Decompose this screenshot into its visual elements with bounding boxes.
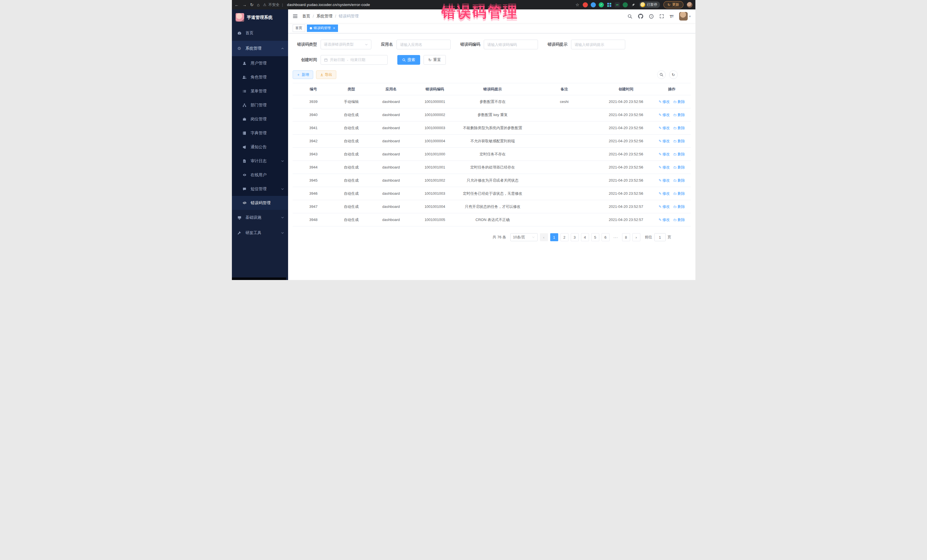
- sidebar-item-sms[interactable]: 短信管理: [232, 182, 288, 196]
- delete-link[interactable]: 🗀删除: [673, 204, 685, 209]
- refresh-icon: ↻: [429, 58, 432, 62]
- edit-icon: ✎: [659, 152, 661, 156]
- edit-link[interactable]: ✎修改: [659, 178, 670, 183]
- page-button-1[interactable]: 1: [550, 233, 558, 241]
- fullscreen-icon[interactable]: [660, 14, 664, 18]
- extensions-grid-icon[interactable]: [607, 2, 612, 8]
- edit-link[interactable]: ✎修改: [659, 191, 670, 196]
- prev-page-button[interactable]: ‹: [540, 233, 548, 241]
- next-page-button[interactable]: ›: [632, 233, 640, 241]
- goto-page-input[interactable]: [654, 233, 666, 241]
- edit-link[interactable]: ✎修改: [659, 217, 670, 222]
- breadcrumb-home[interactable]: 首页: [302, 14, 310, 19]
- sidebar-item-online-users[interactable]: 在线用户: [232, 168, 288, 182]
- breadcrumb: 首页 / 系统管理 / 错误码管理: [302, 14, 359, 19]
- reset-button[interactable]: ↻ 重置: [424, 55, 446, 65]
- tab-error-code[interactable]: 错误码管理 ×: [307, 24, 338, 32]
- bookmark-star-icon[interactable]: ☆: [576, 3, 579, 7]
- sidebar-item-error-code[interactable]: 错误码管理: [232, 196, 288, 210]
- error-code-input[interactable]: [484, 39, 538, 49]
- cell-remark: [529, 213, 599, 226]
- page-button-4[interactable]: 4: [581, 233, 589, 241]
- filter-app-label: 应用名: [381, 42, 393, 47]
- vue-devtools-extension-icon[interactable]: ✓: [599, 2, 604, 8]
- date-range-picker[interactable]: 开始日期 - 结束日期: [321, 55, 388, 65]
- sidebar-item-audit-log[interactable]: 审计日志: [232, 154, 288, 168]
- refresh-table-icon[interactable]: ↻: [669, 70, 678, 79]
- page-button-2[interactable]: 2: [561, 233, 568, 241]
- site-security[interactable]: ⚠ 不安全 |: [263, 2, 284, 8]
- book-icon: [242, 131, 247, 135]
- edit-link[interactable]: ✎修改: [659, 126, 670, 131]
- leaf-extension-icon[interactable]: [623, 2, 628, 8]
- delete-link[interactable]: 🗀删除: [673, 178, 685, 183]
- search-toggle-icon[interactable]: [657, 70, 666, 79]
- edit-link[interactable]: ✎修改: [659, 112, 670, 117]
- sidebar-item-home[interactable]: 首页: [232, 25, 288, 41]
- collapse-sidebar-icon[interactable]: [293, 14, 298, 19]
- page-size-select[interactable]: 10条/页: [510, 233, 538, 241]
- export-button[interactable]: 导出: [316, 70, 336, 79]
- delete-link[interactable]: 🗀删除: [673, 126, 685, 131]
- column-header-time: 创建时间: [599, 83, 653, 95]
- app-logo-row[interactable]: 芋道管理系统: [232, 9, 288, 25]
- profile-paused-badge[interactable]: 已暂停: [639, 2, 660, 8]
- delete-link[interactable]: 🗀删除: [673, 152, 685, 157]
- user-avatar-menu[interactable]: ▾: [679, 12, 691, 21]
- delete-link[interactable]: 🗀删除: [673, 112, 685, 117]
- add-button[interactable]: ＋ 新增: [293, 70, 313, 79]
- update-label: 更新: [672, 2, 679, 7]
- tab-home[interactable]: 首页: [293, 24, 305, 32]
- table-row: 3943 自动生成 dashboard 1001001000 定时任务不存在 2…: [293, 148, 691, 161]
- page-button-3[interactable]: 3: [571, 233, 579, 241]
- cell-remark: ceshi: [529, 95, 599, 108]
- chevron-up-icon: [281, 47, 284, 50]
- sidebar-item-dictionary[interactable]: 字典管理: [232, 126, 288, 140]
- breadcrumb-system[interactable]: 系统管理: [316, 14, 332, 19]
- sidebar-item-roles[interactable]: 角色管理: [232, 70, 288, 84]
- error-type-select[interactable]: 请选择错误码类型: [321, 39, 371, 49]
- more-pages-button[interactable]: ···: [612, 233, 620, 241]
- delete-link[interactable]: 🗀删除: [673, 165, 685, 170]
- close-icon[interactable]: ×: [333, 26, 336, 30]
- colorpicker-extension-icon[interactable]: [591, 2, 596, 8]
- page-button-8[interactable]: 8: [622, 233, 630, 241]
- font-size-icon[interactable]: TT: [670, 14, 673, 19]
- delete-link[interactable]: 🗀删除: [673, 191, 685, 196]
- browser-update-button[interactable]: ↻ 更新: [663, 1, 683, 8]
- page-button-6[interactable]: 6: [602, 233, 609, 241]
- edit-link[interactable]: ✎修改: [659, 204, 670, 209]
- page-button-5[interactable]: 5: [591, 233, 599, 241]
- delete-link[interactable]: 🗀删除: [673, 99, 685, 104]
- cell-type: 自动生成: [334, 135, 368, 148]
- sidebar-item-posts[interactable]: 岗位管理: [232, 112, 288, 126]
- sidebar-item-menus[interactable]: 菜单管理: [232, 84, 288, 98]
- back-icon[interactable]: ←: [235, 3, 239, 7]
- sidebar-item-infrastructure[interactable]: 基础设施: [232, 210, 288, 225]
- github-icon[interactable]: [638, 14, 643, 19]
- error-hint-input[interactable]: [571, 39, 625, 49]
- proxy-extension-icon[interactable]: on: [615, 2, 620, 8]
- sidebar-item-departments[interactable]: 部门管理: [232, 98, 288, 112]
- pin-extension-icon[interactable]: [631, 2, 636, 8]
- adblock-extension-icon[interactable]: [583, 2, 588, 8]
- home-icon[interactable]: ⌂: [257, 3, 260, 7]
- edit-link[interactable]: ✎修改: [659, 152, 670, 157]
- edit-link[interactable]: ✎修改: [659, 138, 670, 144]
- search-button[interactable]: 搜索: [397, 55, 420, 65]
- delete-link[interactable]: 🗀删除: [673, 138, 685, 144]
- sidebar-item-system[interactable]: ⚙ 系统管理: [232, 41, 288, 56]
- sidebar-item-notice[interactable]: 通知公告: [232, 140, 288, 154]
- search-icon[interactable]: [628, 14, 632, 19]
- address-url[interactable]: dashboard.yudao.iocoder.cn/system/error-…: [287, 3, 370, 7]
- edit-link[interactable]: ✎修改: [659, 99, 670, 104]
- edit-link[interactable]: ✎修改: [659, 165, 670, 170]
- reload-icon[interactable]: ↻: [250, 3, 254, 7]
- forward-icon[interactable]: →: [242, 3, 247, 7]
- app-name-input[interactable]: [397, 39, 451, 49]
- delete-link[interactable]: 🗀删除: [673, 217, 685, 222]
- help-icon[interactable]: ?: [649, 14, 654, 19]
- sidebar-item-dev-tools[interactable]: 研发工具: [232, 225, 288, 241]
- sidebar-item-users[interactable]: 用户管理: [232, 56, 288, 70]
- browser-avatar[interactable]: [687, 2, 693, 8]
